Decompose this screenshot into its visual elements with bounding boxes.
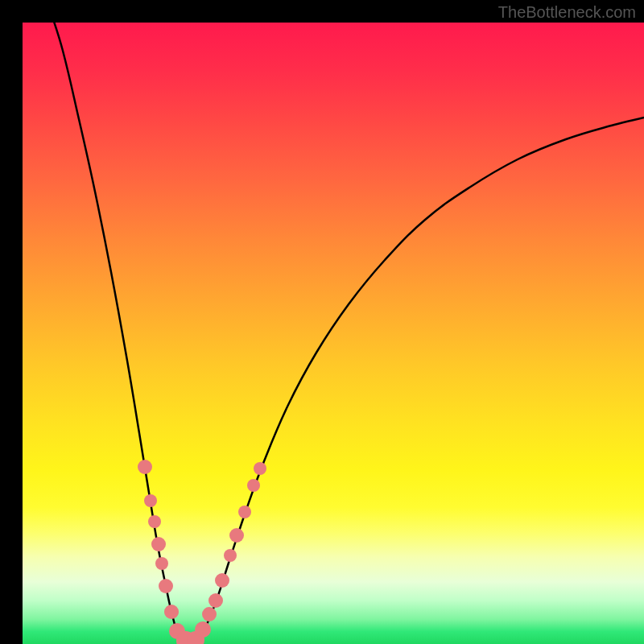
marker-group [138,460,266,644]
chart-svg [23,23,644,644]
data-marker [151,537,166,551]
chart-area [23,23,644,644]
data-marker [144,494,157,507]
data-marker [138,460,152,474]
data-marker [202,607,217,621]
data-marker [148,515,161,528]
data-marker [229,528,244,543]
data-marker [224,549,237,562]
data-marker [208,593,223,608]
data-marker [195,621,211,638]
bottleneck-curve [52,23,644,643]
watermark-text: TheBottleneck.com [498,3,636,22]
data-marker [247,479,260,492]
data-marker [164,605,179,619]
data-marker [159,579,173,593]
data-marker [238,506,251,518]
data-marker [215,573,229,588]
data-marker [254,462,266,475]
data-marker [155,557,168,570]
